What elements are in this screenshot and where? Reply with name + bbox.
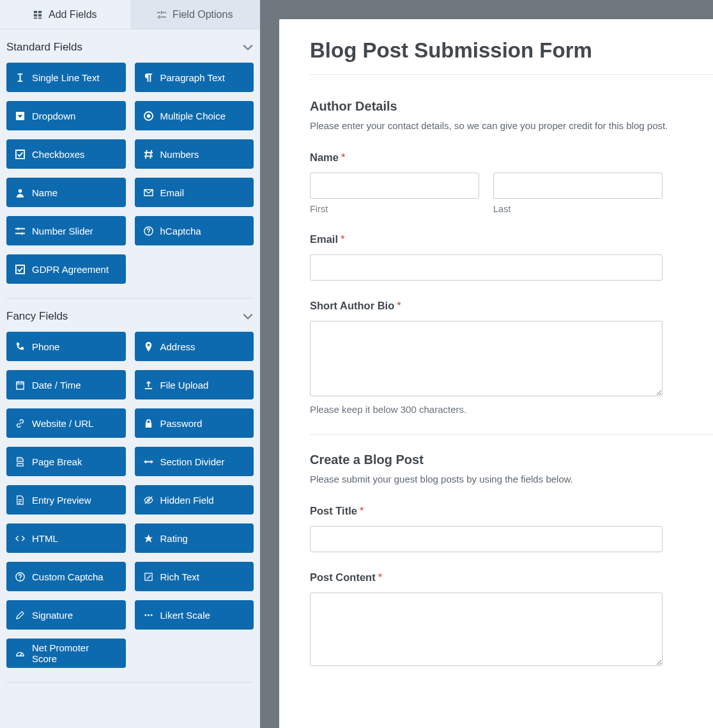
hash-icon	[144, 150, 153, 159]
field-hcaptcha[interactable]: hCaptcha	[135, 216, 254, 245]
svg-point-9	[148, 614, 150, 616]
name-label-text: Name	[310, 151, 339, 163]
field-label: hCaptcha	[160, 226, 201, 236]
code-icon	[15, 534, 25, 543]
section-fancy-title: Fancy Fields	[6, 310, 68, 323]
section-post-desc: Please submit your guest blog posts by u…	[310, 474, 713, 484]
email-label-text: Email	[310, 233, 338, 245]
first-name-input[interactable]	[310, 173, 479, 199]
sidebar-tabs: Add Fields Field Options	[0, 0, 260, 29]
section-standard-title: Standard Fields	[6, 41, 82, 54]
pencil-square-icon	[144, 572, 153, 582]
svg-point-8	[144, 614, 146, 616]
field-label: Rating	[160, 533, 188, 544]
field-email[interactable]: Email	[135, 178, 254, 207]
field-dropdown[interactable]: Dropdown	[6, 101, 126, 130]
tab-field-options[interactable]: Field Options	[130, 0, 261, 29]
field-html[interactable]: HTML	[6, 523, 126, 553]
field-label: Checkboxes	[32, 149, 85, 160]
eye-slash-icon	[144, 495, 153, 505]
field-post-title-group[interactable]: Post Title*	[310, 505, 713, 552]
field-checkboxes[interactable]: Checkboxes	[6, 139, 126, 169]
field-page-break[interactable]: Page Break	[6, 447, 126, 476]
field-website[interactable]: Website / URL	[6, 408, 126, 438]
canvas-backdrop: Blog Post Submission Form Author Details…	[260, 0, 713, 728]
last-name-sublabel: Last	[493, 204, 663, 214]
field-name-group[interactable]: Name* First Last	[310, 151, 713, 214]
last-name-input[interactable]	[493, 173, 663, 199]
post-content-textarea[interactable]	[310, 592, 663, 666]
field-label: Single Line Text	[32, 72, 100, 83]
standard-fields-grid: Single Line Text Paragraph Text Dropdown…	[6, 63, 254, 298]
field-label: Number Slider	[32, 226, 93, 236]
field-label: File Upload	[160, 380, 209, 391]
field-label: Multiple Choice	[160, 111, 226, 121]
field-post-content-group[interactable]: Post Content*	[310, 571, 713, 669]
field-label: Dropdown	[32, 111, 75, 121]
field-signature[interactable]: Signature	[6, 600, 126, 630]
field-datetime[interactable]: Date / Time	[6, 370, 126, 399]
field-paragraph-text[interactable]: Paragraph Text	[135, 63, 254, 92]
file-lines-icon	[15, 495, 25, 505]
field-rich-text[interactable]: Rich Text	[135, 562, 254, 591]
form-title[interactable]: Blog Post Submission Form	[310, 38, 713, 75]
field-label: Net Promoter Score	[32, 642, 117, 664]
fancy-fields-grid: Phone Address Date / Time File Upload We…	[6, 332, 254, 683]
field-label: Address	[160, 341, 195, 352]
email-input[interactable]	[310, 254, 663, 281]
section-fancy-toggle[interactable]: Fancy Fields	[6, 298, 254, 332]
field-number-slider[interactable]: Number Slider	[6, 216, 126, 245]
tab-field-options-label: Field Options	[172, 9, 233, 20]
field-numbers[interactable]: Numbers	[135, 139, 254, 169]
bio-label: Short Author Bio*	[310, 300, 713, 312]
question-circle-icon	[15, 572, 25, 582]
field-label: Signature	[32, 610, 73, 621]
field-multiple-choice[interactable]: Multiple Choice	[135, 101, 254, 130]
section-author-heading: Author Details	[310, 99, 713, 114]
field-custom-captcha[interactable]: Custom Captcha	[6, 562, 126, 591]
field-phone[interactable]: Phone	[6, 332, 126, 361]
first-name-sublabel: First	[310, 204, 479, 214]
post-title-input[interactable]	[310, 526, 663, 552]
required-mark: *	[341, 151, 345, 163]
field-section-divider[interactable]: Section Divider	[135, 447, 254, 476]
field-password[interactable]: Password	[135, 408, 254, 438]
field-name[interactable]: Name	[6, 178, 126, 207]
field-label: Entry Preview	[32, 495, 91, 506]
tab-add-fields[interactable]: Add Fields	[0, 0, 130, 29]
section-standard-toggle[interactable]: Standard Fields	[6, 29, 254, 63]
field-hidden[interactable]: Hidden Field	[135, 485, 254, 515]
form-canvas: Blog Post Submission Form Author Details…	[279, 19, 713, 728]
field-bio-group[interactable]: Short Author Bio* Please keep it below 3…	[310, 300, 713, 415]
chevron-down-icon	[242, 311, 254, 322]
pencil-icon	[15, 610, 25, 620]
field-label: Page Break	[32, 456, 82, 467]
field-address[interactable]: Address	[135, 332, 254, 361]
field-entry-preview[interactable]: Entry Preview	[6, 485, 126, 515]
field-label: Likert Scale	[160, 610, 210, 621]
field-gdpr[interactable]: GDPR Agreement	[6, 254, 126, 284]
field-label: Custom Captcha	[32, 571, 103, 582]
field-email-group[interactable]: Email*	[310, 233, 713, 281]
check-square-icon	[15, 150, 25, 159]
map-marker-icon	[144, 342, 153, 352]
post-content-label-text: Post Content	[310, 571, 376, 583]
field-nps[interactable]: Net Promoter Score	[6, 639, 126, 668]
fields-panel: Standard Fields Single Line Text Paragra…	[0, 29, 260, 695]
section-author-desc: Please enter your contact details, so we…	[310, 120, 713, 131]
field-likert[interactable]: Likert Scale	[135, 600, 254, 630]
field-file-upload[interactable]: File Upload	[135, 370, 254, 399]
paragraph-icon	[144, 73, 153, 82]
required-mark: *	[341, 233, 344, 245]
svg-point-2	[19, 189, 22, 192]
field-label: Email	[160, 187, 185, 198]
field-rating[interactable]: Rating	[135, 523, 254, 553]
calendar-icon	[15, 380, 25, 390]
field-label: Hidden Field	[160, 495, 214, 506]
field-label: Date / Time	[32, 380, 81, 391]
bio-label-text: Short Author Bio	[310, 300, 394, 311]
builder-sidebar: Add Fields Field Options Standard Fields…	[0, 0, 260, 728]
bio-textarea[interactable]	[310, 321, 663, 396]
field-single-line-text[interactable]: Single Line Text	[6, 63, 126, 92]
svg-point-4	[20, 232, 23, 235]
